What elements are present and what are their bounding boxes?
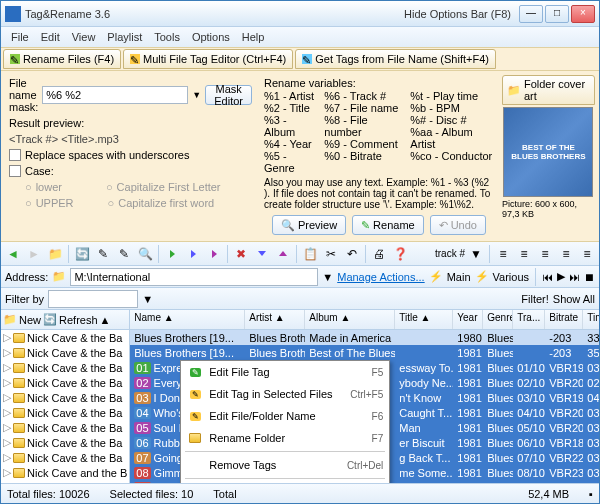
vars-title: Rename variables: <box>264 77 494 89</box>
menu-edit-tag-in-selected-files[interactable]: ✎Edit Tag in Selected FilesCtrl+F5 <box>181 383 389 405</box>
tb-play[interactable] <box>162 244 182 264</box>
folder-icon <box>13 348 25 358</box>
folder-item[interactable]: ▷Nick Cave & the Ba <box>1 330 129 345</box>
tb-play2[interactable] <box>183 244 203 264</box>
tb-search[interactable]: 🔍 <box>135 244 155 264</box>
col-tra...[interactable]: Tra... ▲ <box>513 310 545 329</box>
cover-info: Picture: 600 x 600, 97,3 KB <box>502 199 595 219</box>
col-time[interactable]: Time ▲ <box>583 310 599 329</box>
folder-icon <box>13 363 25 373</box>
status-selected: Selected files: 10 <box>110 488 194 500</box>
menu-options[interactable]: Options <box>186 29 236 45</box>
hide-options-link[interactable]: Hide Options Bar (F8) <box>404 8 511 20</box>
folder-item[interactable]: ▷Nick Cave & the Ba <box>1 435 129 450</box>
preview-button[interactable]: 🔍Preview <box>272 215 346 235</box>
folder-icon: 📁 <box>507 84 521 97</box>
filter-button[interactable]: Filter! <box>521 293 549 305</box>
menu-remove-tags[interactable]: Remove TagsCtrl+Del <box>181 454 389 476</box>
close-button[interactable]: × <box>571 5 595 23</box>
tab-rename[interactable]: ✎Rename Files (F4) <box>3 49 121 69</box>
col-artist[interactable]: Artist ▲ <box>245 310 305 329</box>
titlebar: Tag&Rename 3.6 Hide Options Bar (F8) — □… <box>1 1 599 27</box>
tab-get[interactable]: ✎Get Tags from File Name (Shift+F4) <box>295 49 496 69</box>
replace-checkbox[interactable] <box>9 149 21 161</box>
menu-file[interactable]: File <box>5 29 35 45</box>
case-checkbox[interactable] <box>9 165 21 177</box>
folder-icon <box>13 378 25 388</box>
col-year[interactable]: Year ▲ <box>453 310 483 329</box>
folder-icon <box>13 423 25 433</box>
cover-image: BEST OF THE BLUES BROTHERS <box>503 107 593 197</box>
table-row[interactable]: Blues Brothers [19...Blues Broth...Made … <box>130 330 599 345</box>
status-size: 52,4 MB <box>528 488 569 500</box>
col-name[interactable]: Name ▲ <box>130 310 245 329</box>
col-genre[interactable]: Genre ▲ <box>483 310 513 329</box>
tb-multi[interactable]: ✎ <box>114 244 134 264</box>
address-label: Address: <box>5 271 48 283</box>
menu-edit-file-tag[interactable]: ✎Edit File TagF5 <box>181 361 389 383</box>
menu-rename-folder[interactable]: Rename FolderF7 <box>181 427 389 449</box>
col-title[interactable]: Title ▲ <box>395 310 453 329</box>
context-menu: ✎Edit File TagF5✎Edit Tag in Selected Fi… <box>180 360 390 483</box>
folder-icon <box>13 438 25 448</box>
col-album[interactable]: Album ▲ <box>305 310 395 329</box>
preview-value: <Track #> <Title>.mp3 <box>9 133 252 145</box>
col-bitrate[interactable]: Bitrate ▲ <box>545 310 583 329</box>
menu-help[interactable]: Help <box>236 29 271 45</box>
toolbar: ◄ ► 📁 🔄 ✎ ✎ 🔍 ✖ 📋 ✂ ↶ 🖨 ❓ track # ▼ ≡ ≡ … <box>1 242 599 266</box>
tb-back[interactable]: ◄ <box>3 244 23 264</box>
folder-icon <box>13 333 25 343</box>
maximize-button[interactable]: □ <box>545 5 569 23</box>
tb-up2[interactable] <box>273 244 293 264</box>
menu-edit[interactable]: Edit <box>35 29 66 45</box>
folder-item[interactable]: ▷Nick Cave & the Ba <box>1 450 129 465</box>
folder-item[interactable]: ▷Nick Cave & the Ba <box>1 375 129 390</box>
tb-edit[interactable]: ✎ <box>93 244 113 264</box>
tb-help[interactable]: ❓ <box>390 244 410 264</box>
menu-tools[interactable]: Tools <box>148 29 186 45</box>
tb-print[interactable]: 🖨 <box>369 244 389 264</box>
refresh-button[interactable]: Refresh <box>59 314 98 326</box>
undo-button[interactable]: ↶Undo <box>430 215 486 235</box>
filter-label: Filter by <box>5 293 44 305</box>
status-bar: Total files: 10026 Selected files: 10 To… <box>1 483 599 503</box>
new-button[interactable]: New <box>19 314 41 326</box>
folder-item[interactable]: ▷Nick Cave & the Ba <box>1 360 129 375</box>
filter-input[interactable] <box>48 290 138 308</box>
folder-item[interactable]: ▷Nick Cave & the Ba <box>1 405 129 420</box>
folder-icon <box>13 453 25 463</box>
menu-edit-file/folder-name[interactable]: ✎Edit File/Folder NameF6 <box>181 405 389 427</box>
manage-actions-link[interactable]: Manage Actions... <box>337 271 424 283</box>
tb-copy[interactable]: 📋 <box>300 244 320 264</box>
menu-playlist[interactable]: Playlist <box>101 29 148 45</box>
menu-bar: FileEditViewPlaylistToolsOptionsHelp <box>1 27 599 47</box>
tb-cut[interactable]: ✂ <box>321 244 341 264</box>
tab-multi[interactable]: ✎Multi File Tag Editor (Ctrl+F4) <box>123 49 293 69</box>
folder-item[interactable]: ▷Nick Cave & the Ba <box>1 345 129 360</box>
mask-input[interactable] <box>42 86 188 104</box>
folder-icon: 📁 <box>52 270 66 283</box>
showall-button[interactable]: Show All <box>553 293 595 305</box>
preview-label: Result preview: <box>9 117 252 129</box>
table-row[interactable]: Blues Brothers [19...Blues Broth...Best … <box>130 345 599 360</box>
tb-x[interactable]: ✖ <box>231 244 251 264</box>
minimize-button[interactable]: — <box>519 5 543 23</box>
tb-fwd[interactable]: ► <box>24 244 44 264</box>
mask-label: File name mask: <box>9 77 38 113</box>
rename-button[interactable]: ✎Rename <box>352 215 424 235</box>
menu-play-file[interactable]: Play FileCtrl+P <box>181 481 389 483</box>
tb-up[interactable]: 📁 <box>45 244 65 264</box>
menu-view[interactable]: View <box>66 29 102 45</box>
tb-undo[interactable]: ↶ <box>342 244 362 264</box>
folder-icon <box>13 408 25 418</box>
address-input[interactable] <box>70 268 318 286</box>
app-icon <box>5 6 21 22</box>
tb-play3[interactable] <box>204 244 224 264</box>
mask-editor-button[interactable]: Mask Editor <box>205 85 252 105</box>
folder-item[interactable]: ▷Nick Cave & the Ba <box>1 420 129 435</box>
tb-down[interactable] <box>252 244 272 264</box>
folder-item[interactable]: ▷Nick Cave & the Ba <box>1 390 129 405</box>
tab-bar: ✎Rename Files (F4) ✎Multi File Tag Edito… <box>1 47 599 71</box>
tb-refresh[interactable]: 🔄 <box>72 244 92 264</box>
folder-item[interactable]: ▷Nick Cave and the B <box>1 465 129 480</box>
